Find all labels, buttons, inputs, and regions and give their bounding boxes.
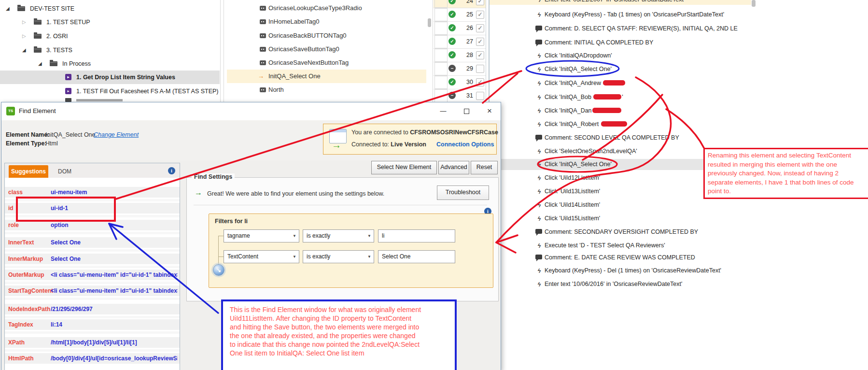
step-grid-row[interactable]: ✓ 28 ✓ <box>434 48 486 62</box>
add-filter-button[interactable]: ↘ <box>213 264 224 276</box>
step-row-initqa-select-one[interactable]: ϟ Click 'InitQA_Select One' <box>490 64 758 75</box>
panel-splitter[interactable] <box>220 0 221 102</box>
property-row[interactable]: XPath/html[1]/body[1]/div[5]/ul[1]/li[1] <box>5 337 180 348</box>
connection-options-link[interactable]: Connection Options <box>436 141 494 148</box>
element-item[interactable]: OsricaseBackBUTTONTag0 <box>227 29 426 43</box>
step-row[interactable]: ϟ Click 'UiId14ListItem' <box>490 199 758 211</box>
info-icon[interactable]: i <box>168 167 175 174</box>
step-row[interactable]: Comment: SECOND LEVEL QA COMPLETED BY <box>490 132 758 143</box>
dialog-titlebar[interactable]: TS Find Element — × <box>1 102 501 120</box>
filter-field-dropdown[interactable]: TextContent▼ <box>224 250 299 263</box>
tree-item-fill-out-facesheet[interactable]: ▸ 1. TEST Fill Out Facesheet FS A-M (TES… <box>0 85 220 98</box>
grid-cell[interactable] <box>434 0 448 8</box>
property-row[interactable]: roleoption <box>5 220 180 230</box>
step-checkbox-checked[interactable]: ✓ <box>476 11 484 19</box>
grid-cell[interactable] <box>434 8 448 21</box>
status-pass-icon: ✓ <box>448 78 456 85</box>
element-item[interactable]: North <box>227 83 426 97</box>
filter-operator-dropdown[interactable]: is exactly▼ <box>303 229 374 242</box>
tree-item-dev-test-site[interactable]: ◢ DEV-TEST SITE <box>0 2 220 15</box>
collapsed-icon[interactable]: ▷ <box>22 29 26 43</box>
filter-operator-dropdown[interactable]: is exactly▼ <box>303 250 374 263</box>
step-row[interactable]: ϟ Keyboard (KeyPress) - Tab (1 times) on… <box>490 9 758 20</box>
property-row[interactable]: OuterMarkup<li class="ui-menu-item" id="… <box>5 270 180 280</box>
step-row[interactable]: Comment: E. DATE CASE REVIEW WAS COMPLET… <box>490 252 758 263</box>
grid-cell[interactable] <box>434 49 448 62</box>
property-row[interactable]: TagIndexli:14 <box>5 319 180 330</box>
tree-item-in-process[interactable]: ◢ In Process <box>0 57 220 71</box>
step-row[interactable]: ϟ Click 'InitQA_Dan <box>490 105 758 116</box>
element-item[interactable]: InHomeLabelTag0 <box>227 15 426 28</box>
property-row[interactable]: InnerMarkupSelect One <box>5 254 180 264</box>
panel-splitter[interactable] <box>224 0 224 102</box>
step-grid-row[interactable]: ✓ 27 ✓ <box>434 35 486 49</box>
tab-suggestions[interactable]: Suggestions <box>9 165 48 178</box>
reset-button[interactable]: Reset <box>471 161 498 174</box>
clipped-tree-item-icon <box>65 98 71 102</box>
steps-scrollbar-thumb[interactable] <box>752 0 756 7</box>
step-grid-row[interactable]: ✓ 26 ✓ <box>434 21 486 35</box>
filter-value-input[interactable]: li <box>378 229 455 242</box>
element-item-selected[interactable]: → InitQA_Select One <box>227 70 426 83</box>
step-row[interactable]: Comment: INITIAL QA COMPLETED BY <box>490 37 758 48</box>
step-row-partial[interactable]: ϟ Enter text '05/21/2007' in 'OsricasePu… <box>490 0 751 5</box>
tree-item-tests[interactable]: ◢ 3. TESTS <box>0 43 220 57</box>
step-checkbox-checked[interactable]: ✓ <box>476 51 484 59</box>
step-checkbox-checked[interactable]: ✓ <box>476 0 484 5</box>
step-checkbox-unchecked[interactable] <box>476 92 484 100</box>
property-row[interactable]: HtmlPath/body[0]/div[4]/ul[id=osricase_l… <box>5 353 180 364</box>
grid-cell[interactable] <box>434 35 448 48</box>
step-row[interactable]: ϟ Execute test 'D - TEST Select QA Revie… <box>490 240 758 251</box>
step-row[interactable]: Comment: SECONDARY OVERSIGHT COMPLETED B… <box>490 227 758 238</box>
element-item[interactable]: OsricaseSaveButtonTag0 <box>227 43 426 56</box>
step-row[interactable]: ϟ Click 'InitQA_Robert <box>490 119 758 130</box>
advanced-button[interactable]: Advanced <box>438 161 469 174</box>
grid-cell[interactable] <box>434 89 448 102</box>
grid-cell[interactable] <box>434 76 448 89</box>
tree-item-osri[interactable]: ▷ 2. OSRI <box>0 29 220 43</box>
step-text: Click 'UiId12ListItem' <box>545 172 600 184</box>
expanded-icon[interactable]: ◢ <box>22 43 26 57</box>
tree-item-test-setup[interactable]: ▷ 1. TEST SETUP <box>0 15 220 29</box>
property-row[interactable]: classui-menu-item <box>5 187 180 198</box>
element-list-scrollbar-thumb[interactable] <box>428 18 431 27</box>
step-grid-row[interactable]: ✓ 30 ✓ <box>434 75 486 89</box>
step-grid-row[interactable]: ✓ 25 ✓ <box>434 8 486 22</box>
step-row[interactable]: Comment: D. SELECT QA STAFF: REVIEWER(S)… <box>490 23 758 34</box>
expanded-icon[interactable]: ◢ <box>6 2 10 15</box>
step-row[interactable]: ϟ Enter text '10/06/2016' in 'OsricaseRe… <box>490 279 758 290</box>
step-checkbox-checked[interactable]: ✓ <box>476 78 484 86</box>
tree-item-get-drop-list[interactable]: ▸ 1. Get Drop List Item String Values <box>0 71 220 84</box>
filter-field-dropdown[interactable]: tagname▼ <box>224 229 299 242</box>
property-row-id[interactable]: idui-id-1 <box>5 203 180 213</box>
troubleshoot-button[interactable]: Troubleshoot <box>437 185 489 200</box>
step-grid-row[interactable]: ✓ 24 ✓ <box>434 0 486 8</box>
change-element-link[interactable]: Change Element <box>94 131 139 138</box>
step-checkbox-checked[interactable]: ✓ <box>476 38 484 46</box>
step-row[interactable]: ϟ Click 'InitialQADropdown' <box>490 50 758 61</box>
collapsed-icon[interactable]: ▷ <box>22 15 26 29</box>
maximize-button[interactable] <box>458 105 475 117</box>
step-row[interactable]: ϟ Keyboard (KeyPress) - Del (1 times) on… <box>490 265 758 276</box>
tab-dom[interactable]: DOM <box>52 165 77 178</box>
minimize-button[interactable]: — <box>435 105 451 117</box>
step-text: Enter text '05/21/2007' in 'OsricasePurS… <box>545 0 685 5</box>
select-new-element-button[interactable]: Select New Element <box>371 161 437 174</box>
property-row[interactable]: NodeIndexPath/21/295/296/297 <box>5 304 180 314</box>
property-row[interactable]: StartTagContent<li class="ui-menu-item" … <box>5 285 180 296</box>
step-checkbox-checked[interactable]: ✓ <box>476 24 484 32</box>
property-row[interactable]: InnerTextSelect One <box>5 237 180 248</box>
element-item[interactable]: OsricaseSaveNextButtonTag <box>227 56 426 70</box>
grid-cell[interactable] <box>434 62 448 75</box>
step-checkbox-unchecked[interactable] <box>476 65 484 73</box>
grid-cell[interactable] <box>434 22 448 35</box>
step-row[interactable]: ϟ Click 'UiId15ListItem' <box>490 213 758 224</box>
filter-value-input[interactable]: Select One <box>378 250 455 263</box>
step-grid-row[interactable]: – 31 <box>434 89 486 102</box>
element-item[interactable]: OsricaseLookupCaseType3Radio <box>227 1 426 15</box>
step-row[interactable]: ϟ Click 'InitQA_Andrew <box>490 78 758 89</box>
expanded-icon[interactable]: ◢ <box>38 57 42 71</box>
close-button[interactable]: × <box>481 105 498 117</box>
step-row[interactable]: ϟ Click 'InitQA_Bob ' <box>490 92 758 103</box>
step-grid-row[interactable]: – 29 <box>434 62 486 76</box>
